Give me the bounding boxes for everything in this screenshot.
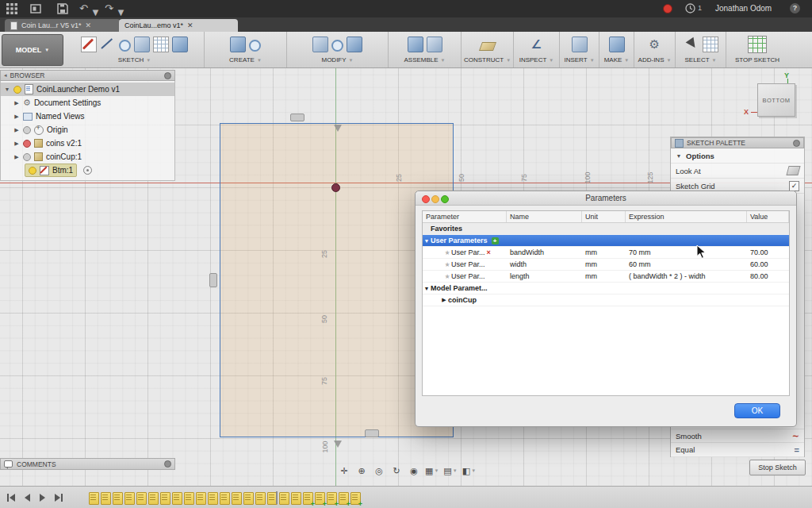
pan-icon[interactable]: ✛: [336, 464, 352, 477]
select-cursor-icon[interactable]: [684, 37, 699, 52]
expression-cell[interactable]: 70 mm: [626, 248, 747, 256]
user-parameters-row-selected[interactable]: ▼ User Parameters +: [423, 235, 789, 247]
browser-item-root[interactable]: ▼ CoinLauncher Demo v1: [1, 83, 174, 96]
sketch-grid-checkbox[interactable]: ✓: [789, 181, 799, 191]
group-label-assemble[interactable]: ASSEMBLE▼: [404, 56, 445, 64]
zoom-window-icon[interactable]: [441, 195, 449, 203]
zoom-icon[interactable]: ⊕: [354, 464, 370, 477]
close-tab-icon[interactable]: ✕: [187, 21, 193, 29]
mirror-tool-icon[interactable]: [172, 37, 188, 52]
timeline-feature-icon[interactable]: [196, 492, 206, 505]
model-child-row[interactable]: ▶ coinCup: [423, 294, 789, 306]
press-pull-icon[interactable]: [312, 37, 328, 52]
browser-item-btm-sketch[interactable]: Btm:1: [1, 164, 174, 177]
browser-item-origin[interactable]: ▶ Origin: [1, 123, 174, 137]
timeline-step-back-button[interactable]: [21, 492, 33, 503]
insert-icon[interactable]: [572, 37, 588, 52]
collapse-icon[interactable]: ▼: [676, 153, 682, 159]
expand-icon[interactable]: ▼: [4, 87, 10, 92]
record-indicator-icon[interactable]: [663, 4, 672, 13]
group-label-create[interactable]: CREATE▼: [229, 56, 262, 64]
timeline-feature-icon[interactable]: [339, 492, 349, 505]
timeline-feature-icon[interactable]: [208, 492, 218, 505]
activate-component-icon[interactable]: [83, 166, 92, 175]
add-parameter-icon[interactable]: +: [492, 237, 499, 244]
timeline-feature-icon[interactable]: [291, 492, 301, 505]
timeline-feature-icon[interactable]: [279, 492, 289, 505]
timeline-feature-icon[interactable]: [350, 492, 361, 505]
group-label-modify[interactable]: MODIFY▼: [321, 56, 353, 64]
expand-icon[interactable]: ▶: [13, 140, 20, 147]
viewports-dropdown[interactable]: ◧▼: [461, 464, 477, 477]
dimension-tag[interactable]: [365, 429, 379, 437]
group-label-select[interactable]: SELECT▼: [684, 56, 716, 64]
ok-button[interactable]: OK: [734, 403, 780, 418]
clock-icon[interactable]: [685, 3, 695, 16]
browser-header[interactable]: ◂ BROWSER: [0, 70, 175, 81]
visibility-bulb-icon[interactable]: [23, 126, 31, 134]
timeline-feature-icon[interactable]: [172, 492, 182, 505]
favorite-star-icon[interactable]: ★: [443, 273, 451, 280]
fillet-icon[interactable]: [331, 40, 343, 52]
make-3d-print-icon[interactable]: [609, 37, 625, 52]
panel-handle-icon[interactable]: [164, 460, 171, 468]
visibility-bulb-icon[interactable]: [23, 153, 31, 161]
redo-dropdown-icon[interactable]: ▼: [116, 6, 126, 18]
expand-icon[interactable]: ▶: [13, 114, 20, 120]
joint-icon[interactable]: [427, 37, 442, 52]
help-icon[interactable]: ?: [790, 3, 800, 13]
look-at-icon[interactable]: ◉: [406, 464, 422, 477]
panel-handle-icon[interactable]: [793, 140, 800, 147]
panel-handle-icon[interactable]: [164, 72, 171, 79]
timeline-feature-icon[interactable]: [315, 492, 325, 505]
palette-options-section[interactable]: ▼ Options: [671, 148, 804, 164]
sketch-palette-header[interactable]: SKETCH PALETTE: [671, 137, 804, 148]
construction-plane-icon[interactable]: [478, 42, 496, 51]
save-icon[interactable]: [57, 3, 68, 17]
smooth-icon[interactable]: ∼: [792, 431, 799, 441]
timeline-feature-icon[interactable]: [232, 492, 242, 505]
document-tab[interactable]: Coin Lau...r V5 v1* ✕: [5, 19, 121, 32]
window-select-icon[interactable]: [703, 37, 718, 52]
timeline-feature-icon[interactable]: [303, 492, 313, 505]
redo-icon[interactable]: ↷: [105, 2, 113, 14]
viewcube-face[interactable]: BOTTOM: [757, 83, 795, 117]
timeline-feature-icon[interactable]: [255, 492, 266, 505]
timeline-play-button[interactable]: [36, 492, 49, 503]
parameter-row[interactable]: ★ User Par... length mm ( bandWidth * 2 …: [423, 271, 789, 283]
timeline-feature-icon[interactable]: [148, 492, 159, 505]
apps-grid-icon[interactable]: [6, 3, 17, 17]
user-name[interactable]: Jonathan Odom: [715, 4, 772, 13]
look-at-icon[interactable]: [786, 166, 800, 175]
timeline-end-marker[interactable]: [276, 491, 278, 504]
palette-smooth-row[interactable]: Smooth ∼: [671, 429, 804, 443]
visibility-bulb-icon[interactable]: [23, 140, 31, 148]
expand-icon[interactable]: ▶: [13, 154, 20, 160]
palette-equal-row[interactable]: Equal =: [671, 443, 804, 457]
model-parameters-section-row[interactable]: ▼ Model Paramet...: [423, 283, 789, 294]
stop-sketch-button[interactable]: STOP SKETCH: [735, 56, 779, 64]
stop-sketch-palette-button[interactable]: Stop Sketch: [749, 460, 806, 475]
timeline-feature-icon[interactable]: [113, 492, 123, 505]
pattern-tool-icon[interactable]: [153, 37, 169, 52]
circle-tool-icon[interactable]: [119, 40, 131, 52]
fit-icon[interactable]: ◎: [371, 464, 387, 477]
expression-cell[interactable]: ( bandWidth * 2 ) - width: [626, 272, 747, 280]
close-tab-icon[interactable]: ✕: [86, 21, 92, 29]
extrude-icon[interactable]: [230, 37, 246, 52]
group-label-addins[interactable]: ADD-INS▼: [638, 56, 672, 64]
shell-icon[interactable]: [347, 37, 362, 52]
group-label-make[interactable]: MAKE▼: [604, 56, 630, 64]
expand-icon[interactable]: ▶: [13, 100, 20, 106]
expand-icon[interactable]: ▶: [13, 127, 20, 133]
minimize-window-icon[interactable]: [431, 195, 439, 203]
timeline-feature-icon[interactable]: [184, 492, 194, 505]
group-label-inspect[interactable]: INSPECT▼: [519, 56, 554, 64]
new-component-icon[interactable]: [408, 37, 423, 52]
browser-item-coins[interactable]: ▶ coins v2:1: [1, 137, 174, 150]
timeline-skip-end-button[interactable]: [52, 492, 65, 503]
timeline-feature-icon[interactable]: [160, 492, 170, 505]
group-label-sketch[interactable]: SKETCH▼: [118, 56, 151, 64]
group-label-construct[interactable]: CONSTRUCT▼: [464, 56, 511, 64]
grid-settings-dropdown[interactable]: ▤▼: [442, 464, 458, 477]
